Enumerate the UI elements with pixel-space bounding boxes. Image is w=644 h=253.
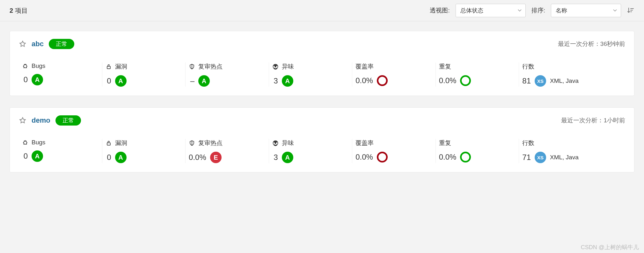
perspective-value: 总体状态 [460,7,483,14]
metric-hotspots: 复审热点 –A [185,62,269,87]
radiation-icon [272,140,279,146]
project-name-link[interactable]: abc [32,40,44,48]
metric-label: 重复 [439,62,451,71]
metric-vulnerabilities: 漏洞 0A [102,139,186,163]
metric-label: 覆盖率 [355,62,374,71]
metric-label: 漏洞 [115,139,127,147]
sort-direction-icon[interactable] [627,7,634,14]
metric-label: 复审热点 [198,62,223,71]
header-controls: 透视图: 总体状态 排序: 名称 [430,4,634,17]
size-badge: XS [535,152,546,163]
rating-badge: E [210,152,222,163]
projects-list: abc 正常 最近一次分析：36秒钟前 Bugs 0A 漏洞 0A 复审热点 –… [0,21,644,176]
metric-hotspots: 复审热点 0.0%E [185,139,269,163]
metric-value[interactable]: – [189,76,194,85]
metric-code-smells: 异味 3A [269,62,352,87]
project-count: 2 项目 [10,6,28,15]
languages: XML, Java [550,154,579,161]
shield-icon [189,140,195,146]
svg-rect-1 [107,66,110,69]
metric-label: 异味 [282,139,294,147]
metric-value[interactable]: 0 [22,75,28,84]
metric-value[interactable]: 3 [272,153,278,162]
status-badge: 正常 [49,39,74,49]
rating-badge: A [282,152,293,163]
metric-label: 漏洞 [115,62,127,71]
metric-value[interactable]: 0 [106,76,111,85]
rating-badge: A [198,75,210,87]
metric-label: Bugs [32,139,45,146]
metric-value[interactable]: 0.0% [439,153,457,162]
metric-label: 覆盖率 [355,139,374,147]
header-bar: 2 项目 透视图: 总体状态 排序: 名称 [0,0,644,21]
rating-badge: A [282,75,293,87]
coverage-ring-icon [377,75,388,86]
metrics-row: Bugs 0A 漏洞 0A 复审热点 –A 异味 3A 覆盖率 0.0% 重复 … [19,62,625,87]
lock-open-icon [106,140,112,146]
metric-label: 重复 [439,139,451,147]
card-header: abc 正常 最近一次分析：36秒钟前 [19,39,625,49]
rating-badge: A [32,74,43,85]
card-header: demo 正常 最近一次分析：1小时前 [19,115,625,126]
metric-value[interactable]: 0.0% [355,76,373,85]
metric-code-smells: 异味 3A [269,139,352,163]
sort-value: 名称 [556,7,567,14]
metric-label: 行数 [522,139,534,147]
lock-open-icon [106,63,112,70]
status-badge: 正常 [55,115,81,126]
rating-badge: A [115,75,127,87]
last-analysis: 最近一次分析：1小时前 [561,116,625,125]
star-icon[interactable] [19,40,26,48]
project-name-link[interactable]: demo [32,116,50,125]
metric-coverage: 覆盖率 0.0% [352,139,435,163]
metric-label: Bugs [32,62,45,69]
sort-select[interactable]: 名称 [551,4,621,17]
metric-value[interactable]: 0.0% [439,76,457,85]
metric-value[interactable]: 81 [522,76,531,85]
bug-icon [22,139,28,146]
metric-label: 行数 [522,62,534,71]
metric-vulnerabilities: 漏洞 0A [102,62,186,87]
metric-coverage: 覆盖率 0.0% [352,62,435,87]
metric-value[interactable]: 71 [522,153,531,162]
metrics-row: Bugs 0A 漏洞 0A 复审热点 0.0%E 异味 3A 覆盖率 0.0% … [19,139,625,163]
metric-value[interactable]: 0.0% [189,153,206,162]
svg-point-3 [275,66,276,67]
metric-value[interactable]: 0 [22,152,28,161]
last-analysis: 最近一次分析：36秒钟前 [558,40,625,48]
project-card: demo 正常 最近一次分析：1小时前 Bugs 0A 漏洞 0A 复审热点 0… [10,107,634,172]
count-label: 项目 [15,7,28,14]
sort-label: 排序: [531,6,545,15]
coverage-ring-icon [460,75,471,86]
metric-value[interactable]: 3 [272,76,278,85]
star-icon[interactable] [19,117,26,124]
coverage-ring-icon [460,152,471,163]
languages: XML, Java [550,77,579,84]
metric-lines: 行数 71 XS XML, Java [519,139,625,163]
perspective-label: 透视图: [430,6,450,15]
project-card: abc 正常 最近一次分析：36秒钟前 Bugs 0A 漏洞 0A 复审热点 –… [10,31,634,96]
svg-point-7 [275,142,276,143]
metric-bugs: Bugs 0A [19,62,102,87]
metric-lines: 行数 81 XS XML, Java [519,62,625,87]
rating-badge: A [115,152,127,163]
perspective-select[interactable]: 总体状态 [456,4,526,17]
svg-rect-5 [107,143,110,145]
count-number: 2 [10,7,13,14]
metric-duplications: 重复 0.0% [435,139,519,163]
shield-icon [189,63,195,70]
metric-value[interactable]: 0.0% [355,153,373,162]
chevron-down-icon [518,9,522,12]
metric-bugs: Bugs 0A [19,139,102,163]
radiation-icon [272,63,279,70]
coverage-ring-icon [377,152,388,163]
bug-icon [22,63,28,69]
metric-value[interactable]: 0 [106,153,111,162]
rating-badge: A [32,150,43,162]
size-badge: XS [535,75,546,87]
metric-label: 异味 [282,62,294,71]
chevron-down-icon [613,9,617,12]
metric-duplications: 重复 0.0% [435,62,519,87]
metric-label: 复审热点 [198,139,223,147]
